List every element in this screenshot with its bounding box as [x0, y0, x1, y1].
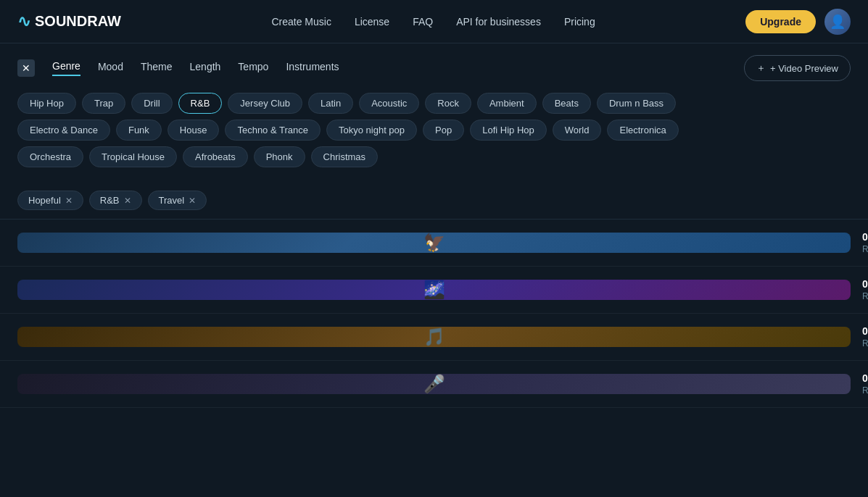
track-info: 001 R&B [862, 231, 868, 254]
genre-ambient[interactable]: Ambient [477, 93, 537, 114]
genre-rock[interactable]: Rock [425, 93, 471, 114]
genre-row-2: Electro & Dance Funk House Techno & Tran… [17, 120, 851, 141]
thumb-emoji: 🎵 [423, 327, 445, 347]
genre-techno-trance[interactable]: Techno & Trance [225, 120, 321, 141]
genre-electro-dance[interactable]: Electro & Dance [17, 120, 110, 141]
active-filter-hopeful[interactable]: Hopeful ✕ [17, 191, 83, 210]
track-thumbnail: 🎵 [17, 327, 851, 347]
genre-world[interactable]: World [553, 120, 602, 141]
track-row[interactable]: 🎵 003 R&B Hopeful, Travel 100 BPM 0:30 [0, 314, 868, 361]
tab-mood[interactable]: Mood [98, 61, 123, 75]
remove-hopeful-icon[interactable]: ✕ [65, 196, 73, 206]
nav-right: Upgrade 👤 [745, 9, 851, 35]
active-filter-travel-label: Travel [159, 195, 185, 206]
genre-hip-hop[interactable]: Hip Hop [17, 93, 76, 114]
nav-license[interactable]: License [355, 16, 389, 28]
track-number: 004 [862, 372, 868, 384]
genre-drill[interactable]: Drill [131, 93, 172, 114]
genre-drum-n-bass[interactable]: Drum n Bass [597, 93, 676, 114]
video-preview-icon: ＋ [756, 62, 766, 75]
nav-api[interactable]: API for businesses [456, 16, 541, 28]
upgrade-button[interactable]: Upgrade [745, 10, 816, 33]
track-row[interactable]: 🌌 002 R&B Travel 115 BPM 0:27 [0, 267, 868, 314]
genre-electronica[interactable]: Electronica [607, 120, 678, 141]
nav-pricing[interactable]: Pricing [564, 16, 595, 28]
avatar[interactable]: 👤 [824, 9, 851, 35]
track-number: 003 [862, 325, 868, 337]
genre-tropical-house[interactable]: Tropical House [89, 146, 177, 167]
main-nav: Create Music License FAQ API for busines… [271, 16, 595, 28]
genre-house[interactable]: House [168, 120, 220, 141]
header: ∿ SOUNDRAW Create Music License FAQ API … [0, 0, 868, 43]
genre-orchestra[interactable]: Orchestra [17, 146, 83, 167]
active-filter-rnb-label: R&B [100, 195, 120, 206]
track-thumbnail: 🦅 [17, 233, 851, 253]
genre-row-1: Hip Hop Trap Drill R&B Jersey Club Latin… [17, 93, 851, 114]
genre-pop[interactable]: Pop [423, 120, 464, 141]
logo-icon: ∿ [17, 12, 30, 31]
track-number: 001 [862, 231, 868, 243]
video-preview-button[interactable]: ＋ + Video Preview [744, 55, 851, 81]
genre-trap[interactable]: Trap [82, 93, 125, 114]
genre-section: Hip Hop Trap Drill R&B Jersey Club Latin… [0, 93, 868, 185]
tab-genre[interactable]: Genre [52, 60, 80, 76]
track-number: 002 [862, 278, 868, 290]
track-list: 🦅 001 R&B Travel 83 BPM 0:25 [0, 220, 868, 408]
thumb-emoji: 🎤 [423, 374, 445, 394]
active-filters: Hopeful ✕ R&B ✕ Travel ✕ [0, 185, 868, 219]
track-genre: R&B [862, 338, 868, 348]
filter-close-button[interactable]: ✕ [17, 59, 35, 77]
tab-instruments[interactable]: Instruments [286, 61, 339, 75]
track-thumbnail: 🎤 [17, 374, 851, 394]
tab-length[interactable]: Length [190, 61, 221, 75]
filter-tabs: ✕ Genre Mood Theme Length Tempo Instrume… [17, 55, 851, 81]
thumb-emoji: 🦅 [423, 233, 445, 253]
track-row[interactable]: 🎤 004 R&B Travel 165 BPM 0:31 [0, 361, 868, 408]
active-filter-travel[interactable]: Travel ✕ [148, 191, 207, 210]
track-genre: R&B [862, 244, 868, 254]
genre-jersey-club[interactable]: Jersey Club [228, 93, 302, 114]
track-genre: R&B [862, 385, 868, 396]
genre-afrobeats[interactable]: Afrobeats [183, 146, 248, 167]
genre-phonk[interactable]: Phonk [254, 146, 305, 167]
genre-latin[interactable]: Latin [308, 93, 353, 114]
video-preview-label: + Video Preview [770, 63, 838, 74]
logo[interactable]: ∿ SOUNDRAW [17, 12, 121, 31]
genre-beats[interactable]: Beats [542, 93, 591, 114]
track-row[interactable]: 🦅 001 R&B Travel 83 BPM 0:25 [0, 220, 868, 267]
genre-tokyo-night-pop[interactable]: Tokyo night pop [326, 120, 417, 141]
genre-christmas[interactable]: Christmas [311, 146, 379, 167]
genre-funk[interactable]: Funk [116, 120, 162, 141]
track-genre: R&B [862, 291, 868, 301]
nav-create-music[interactable]: Create Music [271, 16, 331, 28]
filter-bar: ✕ Genre Mood Theme Length Tempo Instrume… [0, 43, 868, 81]
track-info: 004 R&B [862, 372, 868, 396]
genre-lofi-hip-hop[interactable]: Lofi Hip Hop [470, 120, 547, 141]
nav-faq[interactable]: FAQ [413, 16, 433, 28]
track-thumbnail: 🌌 [17, 280, 851, 300]
track-info: 003 R&B [862, 325, 868, 348]
genre-acoustic[interactable]: Acoustic [359, 93, 419, 114]
tab-theme[interactable]: Theme [141, 61, 173, 75]
genre-row-3: Orchestra Tropical House Afrobeats Phonk… [17, 146, 851, 167]
remove-travel-icon[interactable]: ✕ [189, 196, 196, 206]
tab-tempo[interactable]: Tempo [238, 61, 268, 75]
track-info: 002 R&B [862, 278, 868, 301]
active-filter-hopeful-label: Hopeful [28, 195, 61, 206]
remove-rnb-icon[interactable]: ✕ [124, 196, 131, 206]
active-filter-rnb[interactable]: R&B ✕ [89, 191, 142, 210]
logo-text: SOUNDRAW [35, 13, 121, 30]
thumb-emoji: 🌌 [423, 280, 445, 300]
genre-rnb[interactable]: R&B [178, 93, 223, 114]
